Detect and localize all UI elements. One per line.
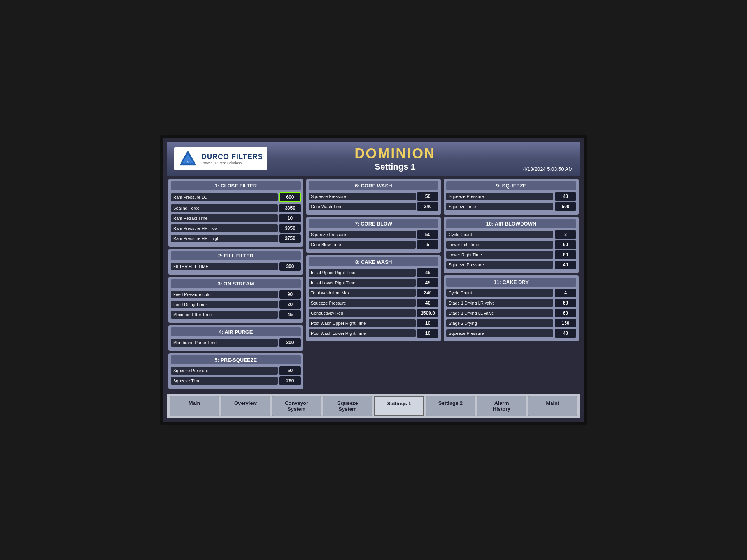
lower-left-time-value[interactable]: 60 [555, 240, 576, 249]
header: AI DURCO FILTERS Proven, Trusted Solutio… [167, 142, 580, 176]
cake-dry-title: 11: CAKE DRY [446, 278, 576, 287]
min-filter-time-value[interactable]: 45 [279, 310, 301, 319]
squeeze-title: 9: SQUEEZE [446, 181, 576, 190]
squeeze-pressure-value[interactable]: 40 [555, 192, 576, 201]
membrane-purge-value[interactable]: 300 [279, 338, 301, 347]
ram-retract-row: Ram Retract Time 10 [171, 214, 301, 222]
pre-squeeze-pressure-value[interactable]: 50 [279, 366, 301, 375]
ram-pressure-lo-label: Ram Pressure LO [171, 193, 278, 201]
core-wash-pressure-value[interactable]: 50 [417, 192, 438, 201]
ram-hp-high-value[interactable]: 3750 [279, 234, 301, 243]
cake-wash-pressure-value[interactable]: 40 [417, 299, 438, 307]
nav-settings-2[interactable]: Settings 2 [426, 396, 475, 416]
min-filter-time-label: Minimum Filter Time [171, 311, 278, 318]
core-blow-pressure-row: Squeeze Pressure 50 [309, 230, 438, 239]
pre-squeeze-time-value[interactable]: 260 [279, 376, 301, 385]
ram-retract-label: Ram Retract Time [171, 214, 278, 222]
initial-upper-right-value[interactable]: 45 [417, 268, 438, 277]
content-grid: 1: CLOSE FILTER Ram Pressure LO 600 Seal… [167, 179, 580, 392]
core-blow-pressure-value[interactable]: 50 [417, 230, 438, 239]
sealing-force-value[interactable]: 3350 [279, 204, 301, 212]
logo-area: AI DURCO FILTERS Proven, Trusted Solutio… [174, 147, 267, 170]
ram-pressure-lo-row: Ram Pressure LO 600 [171, 192, 301, 202]
lower-left-time-label: Lower Left Time [446, 241, 553, 248]
post-wash-upper-right-value[interactable]: 10 [417, 319, 438, 327]
nav-overview[interactable]: Overview [221, 396, 270, 416]
squeeze-time-row: Squeeze Time 500 [446, 202, 576, 211]
initial-upper-right-row: Initial Upper Right Time 45 [309, 268, 438, 277]
membrane-purge-label: Membrane Purge Time [171, 339, 278, 346]
post-wash-lower-right-value[interactable]: 10 [417, 329, 438, 338]
feed-delay-value[interactable]: 30 [279, 300, 301, 309]
blowdown-squeeze-pressure-row: Squeeze Pressure 40 [446, 261, 576, 269]
blowdown-cycle-count-label: Cycle Count [446, 231, 553, 238]
lower-right-time-row: Lower Right Time 60 [446, 250, 576, 259]
core-blow-panel: 7: CORE BLOW Squeeze Pressure 50 Core Bl… [306, 217, 441, 253]
total-wash-time-row: Total wash time Max 240 [309, 289, 438, 297]
datetime: 4/13/2024 5:03:50 AM [523, 166, 573, 172]
cake-dry-cycle-count-row: Cycle Count 4 [446, 289, 576, 297]
core-blow-time-row: Core Blow Time 5 [309, 240, 438, 249]
pre-squeeze-time-row: Squeeze Time 260 [171, 376, 301, 385]
fill-filter-panel: 2: FILL FILTER FILTER FILL TIME 300 [168, 249, 303, 275]
nav-alarm-history[interactable]: Alarm History [477, 396, 526, 416]
column-2: 6: CORE WASH Squeeze Pressure 50 Core Wa… [306, 179, 441, 389]
brand-sub: Proven, Trusted Solutions [202, 161, 263, 165]
ram-pressure-lo-value[interactable]: 600 [279, 192, 301, 202]
column-1: 1: CLOSE FILTER Ram Pressure LO 600 Seal… [168, 179, 303, 389]
total-wash-time-label: Total wash time Max [309, 289, 416, 297]
navbar: Main Overview Conveyor System Squeeze Sy… [167, 394, 580, 418]
brand-name: DURCO FILTERS [202, 153, 263, 161]
column-3: 9: SQUEEZE Squeeze Pressure 40 Squeeze T… [444, 179, 579, 389]
brand-text: DURCO FILTERS Proven, Trusted Solutions [202, 153, 263, 165]
core-blow-time-label: Core Blow Time [309, 241, 416, 248]
feed-pressure-row: Feed Pressure cutoff 90 [171, 290, 301, 299]
ram-hp-high-row: Ram Pressure HP - high 3750 [171, 234, 301, 243]
initial-lower-right-value[interactable]: 45 [417, 278, 438, 287]
logo-icon: AI [178, 149, 198, 168]
nav-settings-1[interactable]: Settings 1 [374, 396, 424, 416]
blowdown-squeeze-pressure-value[interactable]: 40 [555, 261, 576, 269]
cake-wash-title: 8: CAKE WASH [309, 257, 438, 266]
blowdown-cycle-count-row: Cycle Count 2 [446, 230, 576, 239]
ram-hp-low-value[interactable]: 3350 [279, 224, 301, 233]
lower-right-time-value[interactable]: 60 [555, 250, 576, 259]
nav-conveyor-system[interactable]: Conveyor System [272, 396, 321, 416]
air-blowdown-title: 10: AIR BLOWDOWN [446, 219, 576, 228]
stage1-lr-valve-label: Stage 1 Drying LR valve [446, 299, 553, 307]
ram-retract-value[interactable]: 10 [279, 214, 301, 222]
stage2-drying-value[interactable]: 150 [555, 319, 576, 327]
stage1-ll-valve-label: Stage 1 Drying LL valve [446, 309, 553, 317]
stage1-lr-valve-value[interactable]: 60 [555, 299, 576, 307]
nav-squeeze-system[interactable]: Squeeze System [323, 396, 372, 416]
pre-squeeze-pressure-label: Squeeze Pressure [171, 367, 278, 374]
squeeze-time-value[interactable]: 500 [555, 202, 576, 211]
sealing-force-label: Sealing Force [171, 204, 278, 212]
feed-pressure-value[interactable]: 90 [279, 290, 301, 299]
air-blowdown-panel: 10: AIR BLOWDOWN Cycle Count 2 Lower Lef… [444, 217, 579, 273]
conductivity-req-value[interactable]: 1500.0 [417, 309, 438, 317]
cake-dry-cycle-count-value[interactable]: 4 [555, 289, 576, 297]
air-purge-title: 4: AIR PURGE [171, 327, 301, 336]
nav-maint[interactable]: Maint [528, 396, 577, 416]
lower-right-time-label: Lower Right Time [446, 251, 553, 259]
nav-main[interactable]: Main [170, 396, 219, 416]
filter-fill-time-value[interactable]: 300 [279, 262, 301, 271]
squeeze-panel: 9: SQUEEZE Squeeze Pressure 40 Squeeze T… [444, 179, 579, 215]
lower-left-time-row: Lower Left Time 60 [446, 240, 576, 249]
core-wash-time-value[interactable]: 240 [417, 202, 438, 211]
stage1-ll-valve-value[interactable]: 60 [555, 309, 576, 317]
cake-dry-cycle-count-label: Cycle Count [446, 289, 553, 297]
total-wash-time-value[interactable]: 240 [417, 289, 438, 297]
core-blow-time-value[interactable]: 5 [417, 240, 438, 249]
stage1-lr-valve-row: Stage 1 Drying LR valve 60 [446, 299, 576, 307]
ram-hp-high-label: Ram Pressure HP - high [171, 234, 278, 242]
blowdown-squeeze-pressure-label: Squeeze Pressure [446, 261, 553, 269]
cake-dry-squeeze-pressure-value[interactable]: 40 [555, 329, 576, 338]
on-stream-title: 3: ON STREAM [171, 279, 301, 288]
blowdown-cycle-count-value[interactable]: 2 [555, 230, 576, 239]
membrane-purge-row: Membrane Purge Time 300 [171, 338, 301, 347]
fill-filter-title: 2: FILL FILTER [171, 251, 301, 260]
title-area: DOMINION Settings 1 [354, 145, 435, 172]
post-wash-upper-right-label: Post Wash Upper Right Time [309, 319, 416, 327]
